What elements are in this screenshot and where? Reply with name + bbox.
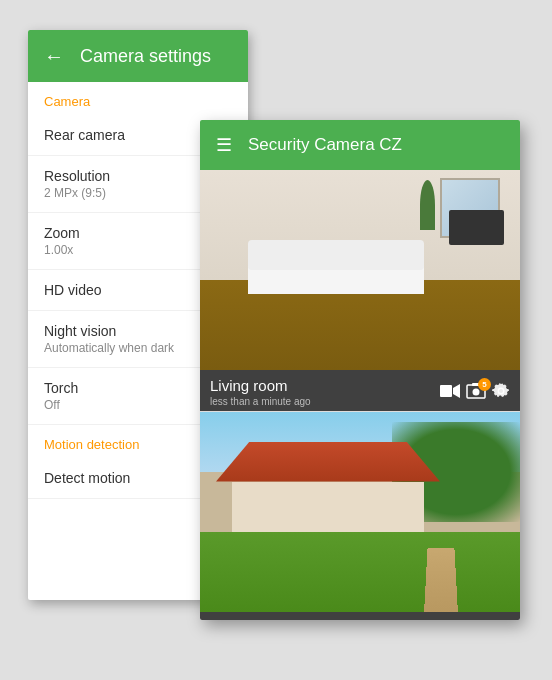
lr-sofa-back — [248, 240, 424, 270]
living-room-scene — [200, 170, 520, 370]
living-room-settings-icon[interactable] — [492, 382, 510, 400]
od-roof — [216, 442, 440, 482]
my-best-place-name: My best place — [210, 618, 440, 621]
living-room-timestamp: less than a minute ago — [210, 396, 440, 407]
security-title: Security Camera CZ — [248, 135, 402, 155]
living-room-actions: 5 — [440, 382, 510, 400]
living-room-video-icon[interactable] — [440, 383, 460, 399]
settings-header: ← Camera settings — [28, 30, 248, 82]
camera-section-label: Camera — [28, 82, 248, 115]
my-best-place-info-row: My best place less than a minute ago — [200, 612, 520, 621]
living-room-preview — [200, 170, 520, 370]
svg-point-3 — [473, 389, 480, 396]
lr-tv — [449, 210, 504, 245]
outdoor-scene — [200, 412, 520, 612]
living-room-name: Living room — [210, 376, 440, 396]
od-lawn — [200, 532, 520, 612]
living-room-info-left: Living room less than a minute ago — [210, 376, 440, 407]
menu-icon[interactable]: ☰ — [216, 134, 232, 156]
living-room-badge: 5 — [478, 378, 491, 391]
svg-marker-1 — [453, 384, 460, 398]
living-room-info-row: Living room less than a minute ago — [200, 370, 520, 411]
security-header: ☰ Security Camera CZ — [200, 120, 520, 170]
lr-plant — [420, 180, 435, 230]
living-room-photo-icon[interactable]: 5 — [466, 382, 486, 400]
my-best-place-card: My best place less than a minute ago — [200, 412, 520, 621]
svg-rect-0 — [440, 385, 452, 397]
settings-title: Camera settings — [80, 46, 211, 67]
od-path — [424, 547, 458, 611]
my-best-place-info-left: My best place less than a minute ago — [210, 618, 440, 621]
back-icon[interactable]: ← — [44, 45, 64, 68]
my-best-place-preview — [200, 412, 520, 612]
living-room-card: Living room less than a minute ago — [200, 170, 520, 412]
security-camera-panel: ☰ Security Camera CZ Living room less th… — [200, 120, 520, 620]
